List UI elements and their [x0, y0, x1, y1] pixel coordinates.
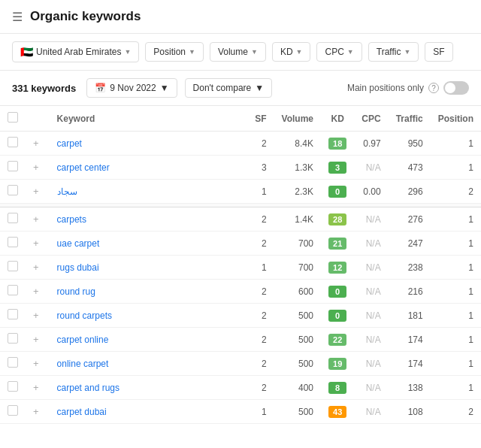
- row-keyword-cell: carpet: [50, 132, 248, 156]
- row-cpc: 0.97: [354, 132, 388, 156]
- row-volume: 700: [274, 256, 321, 280]
- row-position: 1: [431, 232, 481, 256]
- row-checkbox[interactable]: [8, 237, 18, 247]
- filter-more[interactable]: SF: [425, 42, 452, 62]
- keyword-link[interactable]: carpets: [57, 214, 86, 225]
- add-icon[interactable]: +: [33, 382, 39, 393]
- row-checkbox-cell: [0, 280, 26, 304]
- kd-badge: 0: [328, 310, 346, 322]
- col-keyword: Keyword: [50, 106, 248, 132]
- row-cpc: N/A: [354, 400, 388, 424]
- row-checkbox[interactable]: [8, 185, 18, 195]
- row-cpc: 0.00: [354, 180, 388, 204]
- row-checkbox-cell: [0, 132, 26, 156]
- filter-traffic[interactable]: Traffic ▼: [368, 42, 419, 62]
- filter-cpc[interactable]: CPC ▼: [316, 42, 362, 62]
- add-icon[interactable]: +: [33, 310, 39, 321]
- row-checkbox-cell: [0, 400, 26, 424]
- keyword-link[interactable]: rugs dubai: [57, 262, 99, 273]
- row-keyword-cell: round carpets: [50, 304, 248, 328]
- filter-kd[interactable]: KD ▼: [272, 42, 311, 62]
- filter-kd-label: KD: [280, 47, 293, 57]
- add-icon[interactable]: +: [33, 286, 39, 297]
- add-icon[interactable]: +: [33, 406, 39, 417]
- row-traffic: 138: [389, 376, 431, 400]
- add-icon[interactable]: +: [33, 334, 39, 345]
- table-row: + round carpets 2 500 0 N/A 181 1: [0, 304, 481, 328]
- keyword-link[interactable]: uae carpet: [57, 238, 100, 249]
- row-checkbox[interactable]: [8, 333, 18, 344]
- row-volume: 700: [274, 232, 321, 256]
- keyword-link[interactable]: round carpets: [57, 310, 112, 321]
- row-cpc: N/A: [354, 207, 388, 232]
- keyword-link[interactable]: round rug: [57, 286, 95, 297]
- row-checkbox-cell: [0, 207, 26, 232]
- add-icon[interactable]: +: [33, 186, 39, 197]
- filter-cpc-label: CPC: [325, 47, 343, 57]
- chevron-down-icon: ▼: [296, 48, 303, 56]
- row-sf: 2: [247, 132, 274, 156]
- keyword-link[interactable]: carpet center: [57, 162, 110, 173]
- filter-position[interactable]: Position ▼: [145, 42, 204, 62]
- row-traffic: 473: [389, 156, 431, 180]
- keyword-link[interactable]: carpet and rugs: [57, 383, 119, 393]
- kd-badge: 22: [328, 334, 346, 346]
- keyword-link[interactable]: سجاد: [57, 186, 77, 197]
- row-checkbox-cell: [0, 328, 26, 352]
- row-add-cell: +: [26, 156, 50, 180]
- row-volume: 1.4K: [274, 207, 321, 232]
- kd-badge: 0: [328, 186, 346, 198]
- row-keyword-cell: online carpet: [50, 352, 248, 376]
- menu-icon[interactable]: ☰: [12, 10, 23, 24]
- row-checkbox[interactable]: [8, 137, 18, 147]
- date-button[interactable]: 📅 9 Nov 2022 ▼: [86, 78, 177, 98]
- compare-button[interactable]: Don't compare ▼: [185, 78, 273, 98]
- add-icon[interactable]: +: [33, 358, 39, 369]
- row-checkbox[interactable]: [8, 285, 18, 295]
- row-position: 1: [431, 207, 481, 232]
- row-checkbox[interactable]: [8, 261, 18, 271]
- col-cpc: CPC: [354, 106, 388, 132]
- chevron-down-icon: ▼: [255, 83, 264, 93]
- row-checkbox[interactable]: [8, 309, 18, 319]
- row-sf: 1: [247, 180, 274, 204]
- row-add-cell: +: [26, 376, 50, 400]
- chevron-down-icon: ▼: [347, 48, 354, 56]
- row-traffic: 181: [389, 304, 431, 328]
- row-position: 1: [431, 304, 481, 328]
- row-sf: 2: [247, 376, 274, 400]
- row-add-cell: +: [26, 400, 50, 424]
- chevron-down-icon: ▼: [124, 48, 131, 56]
- keyword-link[interactable]: online carpet: [57, 359, 109, 369]
- page-title: Organic keywords: [30, 9, 141, 24]
- add-icon[interactable]: +: [33, 138, 39, 149]
- filter-traffic-label: Traffic: [377, 47, 401, 57]
- select-all-checkbox[interactable]: [8, 112, 18, 123]
- keyword-link[interactable]: carpet online: [57, 334, 109, 345]
- keyword-link[interactable]: carpet dubai: [57, 407, 107, 417]
- row-cpc: N/A: [354, 352, 388, 376]
- row-checkbox[interactable]: [8, 381, 18, 392]
- row-checkbox[interactable]: [8, 357, 18, 368]
- row-sf: 2: [247, 280, 274, 304]
- row-cpc: N/A: [354, 232, 388, 256]
- keyword-link[interactable]: carpet: [57, 138, 82, 149]
- add-icon[interactable]: +: [33, 162, 39, 173]
- row-sf: 2: [247, 207, 274, 232]
- row-volume: 500: [274, 328, 321, 352]
- filter-country[interactable]: 🇦🇪 United Arab Emirates ▼: [12, 41, 139, 62]
- add-icon[interactable]: +: [33, 238, 39, 249]
- filter-volume[interactable]: Volume ▼: [210, 42, 266, 62]
- add-icon[interactable]: +: [33, 262, 39, 273]
- row-sf: 1: [247, 400, 274, 424]
- row-checkbox[interactable]: [8, 405, 18, 416]
- help-icon[interactable]: ?: [428, 83, 439, 93]
- main-positions-switch[interactable]: [443, 81, 469, 95]
- filter-bar: 🇦🇪 United Arab Emirates ▼ Position ▼ Vol…: [0, 34, 481, 71]
- row-add-cell: +: [26, 256, 50, 280]
- row-checkbox-cell: [0, 232, 26, 256]
- row-checkbox[interactable]: [8, 161, 18, 171]
- row-checkbox-cell: [0, 156, 26, 180]
- add-icon[interactable]: +: [33, 213, 39, 225]
- row-checkbox[interactable]: [8, 213, 18, 223]
